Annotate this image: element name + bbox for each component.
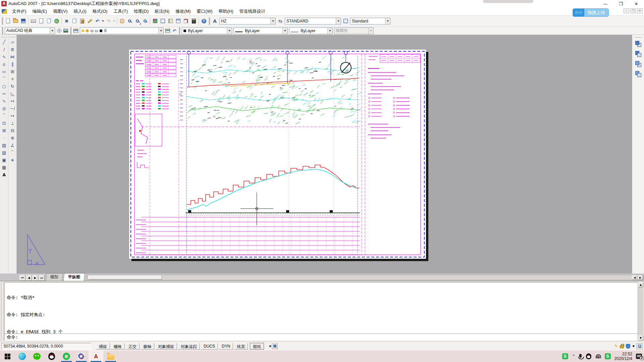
insert-block-button[interactable]: ⊡ [0, 119, 8, 127]
stretch-button[interactable]: ↦ [9, 97, 16, 105]
combo-arrow-icon[interactable] [227, 28, 232, 34]
mdi-close-button[interactable]: ✕ [637, 8, 643, 13]
hscroll-thumb[interactable] [88, 276, 162, 280]
table-style-combo[interactable]: Standard [350, 18, 390, 24]
zoom-window-button[interactable] [133, 17, 141, 25]
tab-model[interactable]: 模型 [46, 273, 63, 281]
tool-palettes-button[interactable] [167, 17, 174, 25]
sheet-set-button[interactable] [174, 17, 182, 25]
close-button[interactable]: ✕ [629, 0, 644, 7]
menu-edit[interactable]: 编辑(E) [30, 7, 50, 15]
tray-qq-icon[interactable] [586, 353, 591, 359]
mdi-restore-button[interactable]: ❐ [630, 8, 636, 13]
scale-button[interactable]: ◺ [9, 90, 16, 97]
combo-arrow-icon[interactable] [385, 18, 390, 24]
next-tab-button[interactable]: ▶ [32, 275, 38, 281]
table-style-button[interactable] [342, 17, 350, 25]
taskbar-rings-app[interactable] [74, 351, 89, 362]
color-combo[interactable]: ByLayer [182, 27, 232, 34]
bring-above-objects-button[interactable] [634, 60, 643, 68]
designcenter-button[interactable] [159, 17, 167, 25]
tray-s-app-icon[interactable]: S [562, 353, 568, 359]
help-button[interactable]: ? [200, 17, 208, 25]
scroll-left-icon[interactable]: ◀ [632, 275, 637, 280]
undo-button[interactable]: ↶ [94, 17, 101, 25]
send-under-objects-button[interactable] [634, 70, 643, 78]
restore-button[interactable]: ❐ [613, 0, 629, 7]
polygon-button[interactable]: ⌂ [0, 60, 8, 68]
markup-button[interactable] [182, 17, 190, 25]
construction-line-button[interactable]: ∕ [0, 46, 8, 53]
plot-button[interactable] [30, 17, 37, 25]
save-button[interactable] [19, 17, 27, 25]
toolbar-grip[interactable] [2, 17, 3, 25]
menu-tools[interactable]: 工具(T) [110, 7, 131, 15]
combo-arrow-icon[interactable] [158, 28, 163, 34]
menu-dimension[interactable]: 标注(N) [152, 7, 172, 15]
otrack-toggle[interactable]: 对象追踪 [178, 343, 200, 350]
menu-format[interactable]: 格式(O) [90, 7, 111, 15]
explode-button[interactable]: ∗ [9, 156, 16, 164]
zoom-previous-button[interactable] [141, 17, 149, 25]
workspace-settings-button[interactable] [56, 27, 62, 34]
ellipse-button[interactable]: ◎ [0, 105, 8, 112]
polyline-button[interactable]: ∿ [0, 53, 8, 60]
taskbar-explorer[interactable] [103, 351, 118, 362]
first-tab-button[interactable]: ⏮ [19, 275, 25, 281]
chamfer-button[interactable]: ∠ [9, 141, 16, 149]
microphone-icon[interactable] [579, 354, 582, 358]
status-menu-arrow-icon[interactable]: ▾ [632, 344, 635, 348]
polar-toggle[interactable]: 极轴 [140, 343, 154, 350]
dyn-toggle[interactable]: DYN [219, 343, 233, 350]
toolbar-grip[interactable] [2, 27, 3, 35]
clean-screen-button[interactable] [637, 343, 643, 349]
text-style-button[interactable]: A [211, 17, 219, 25]
start-button[interactable] [0, 351, 15, 362]
taskbar-edge[interactable] [15, 351, 30, 362]
workspace-combo[interactable]: AutoCAD 经典 [5, 27, 55, 34]
extend-button[interactable]: ↦ [9, 112, 16, 119]
make-block-button[interactable]: ⊞ [0, 127, 8, 134]
taskbar-360-browser[interactable]: e [59, 351, 74, 362]
rectangle-button[interactable]: ▭ [0, 68, 8, 75]
break-at-point-button[interactable]: ⊥ [9, 119, 16, 127]
text-style-combo[interactable]: HZ [219, 18, 276, 24]
erase-button[interactable]: ▱ [9, 38, 16, 46]
multiline-text-button[interactable]: A [0, 171, 8, 178]
spline-button[interactable]: ∿ [0, 97, 8, 105]
osnap-toggle[interactable]: 对象捕捉 [155, 343, 177, 350]
lineweight-combo[interactable]: ByLayer [289, 27, 333, 34]
last-tab-button[interactable]: ⏭ [39, 275, 45, 281]
open-button[interactable] [12, 17, 19, 25]
menu-insert[interactable]: 插入(I) [70, 7, 89, 15]
tray-expand-icon[interactable]: ⌃ [572, 354, 576, 359]
scroll-up-icon[interactable]: ▲ [638, 282, 643, 287]
layer-previous-button[interactable]: ↶ [171, 27, 178, 34]
dim-style-combo[interactable]: STANDARD [285, 18, 341, 24]
combo-arrow-icon[interactable] [327, 28, 332, 34]
combo-arrow-icon[interactable] [50, 28, 55, 34]
make-layer-current-button[interactable] [164, 27, 171, 34]
paste-button[interactable] [78, 17, 86, 25]
my-workspace-button[interactable] [62, 27, 69, 34]
trim-button[interactable]: −∕ [9, 105, 16, 112]
array-button[interactable]: ⊞ [9, 68, 16, 75]
scroll-right-icon[interactable]: ▶ [638, 275, 643, 280]
horizontal-scrollbar[interactable]: ◀ ▶ [87, 275, 643, 280]
offset-button[interactable]: ∥ [9, 60, 16, 68]
toolbar-grip[interactable] [635, 37, 642, 38]
table-button[interactable]: ▦ [0, 164, 8, 171]
notification-center-icon[interactable]: 2 [636, 354, 642, 359]
combo-arrow-icon[interactable] [270, 18, 275, 24]
annotation-warning-icon[interactable]: ✎ [614, 344, 618, 348]
menu-draw[interactable]: 绘图(D) [131, 7, 152, 15]
hatch-button[interactable]: ▨ [0, 141, 8, 149]
mirror-button[interactable]: ⋈ [9, 53, 16, 60]
mdi-minimize-button[interactable]: – [624, 8, 629, 13]
grid-toggle[interactable]: 栅格 [111, 343, 125, 350]
minimize-button[interactable]: — [598, 0, 613, 7]
scroll-down-icon[interactable]: ▼ [638, 336, 643, 341]
menu-view[interactable]: 视图(V) [50, 7, 70, 15]
undo-dropdown[interactable] [101, 20, 105, 22]
annotation-monitor-icon[interactable] [272, 344, 277, 349]
